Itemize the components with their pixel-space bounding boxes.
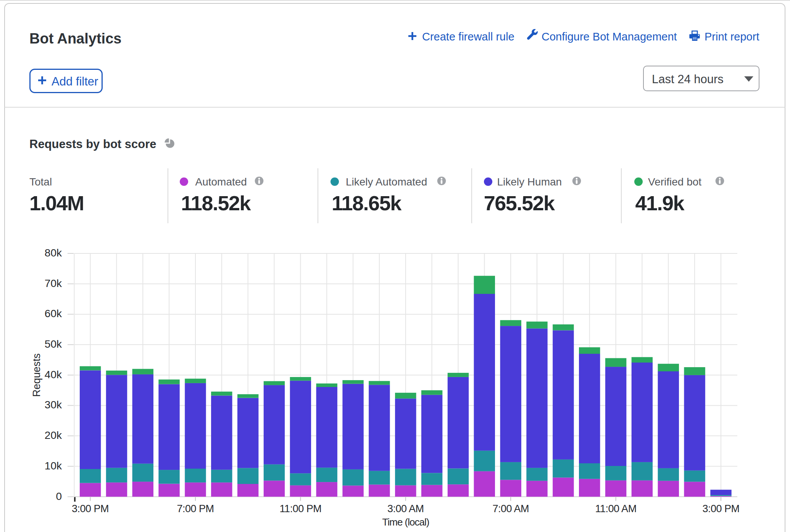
svg-text:7:00 AM: 7:00 AM (492, 503, 529, 514)
svg-text:10k: 10k (45, 460, 62, 472)
svg-text:70k: 70k (45, 277, 62, 289)
svg-text:11:00 AM: 11:00 AM (595, 503, 637, 514)
svg-text:0: 0 (56, 490, 62, 502)
svg-text:50k: 50k (45, 338, 62, 350)
svg-text:3:00 AM: 3:00 AM (387, 503, 424, 514)
svg-text:3:00 PM: 3:00 PM (72, 503, 109, 514)
svg-text:Time (local): Time (local) (382, 516, 429, 528)
svg-text:7:00 PM: 7:00 PM (177, 503, 214, 514)
svg-text:80k: 80k (45, 247, 62, 259)
svg-text:20k: 20k (45, 429, 62, 441)
svg-text:30k: 30k (45, 399, 62, 411)
svg-text:40k: 40k (45, 369, 62, 380)
svg-text:3:00 PM: 3:00 PM (702, 503, 739, 514)
svg-text:Requests: Requests (31, 353, 42, 397)
svg-text:11:00 PM: 11:00 PM (280, 503, 322, 514)
svg-text:60k: 60k (45, 308, 62, 319)
